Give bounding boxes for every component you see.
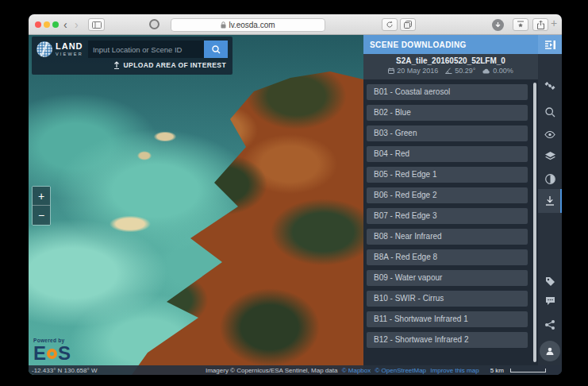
scene-date-value: 20 May 2016 — [397, 67, 438, 75]
band-item-b12[interactable]: B12 - Shortwave Infrared 2 — [367, 332, 528, 348]
scene-cloud-value: 0.00% — [493, 67, 513, 75]
eos-letter-e: E — [33, 344, 46, 363]
layers-icon — [545, 152, 555, 161]
band-list-scrollbar[interactable] — [533, 83, 536, 362]
band-item-b06[interactable]: B06 - Red Edge 2 — [367, 187, 528, 203]
scene-cloudiness: 0.00% — [482, 67, 513, 75]
eos-letter-o — [47, 349, 57, 359]
zoom-in-button[interactable]: + — [33, 187, 50, 206]
page-content: LAND VIEWER UPLOAD AREA OF INTEREST + − — [29, 35, 562, 375]
comment-icon — [545, 296, 555, 306]
cloud-icon — [482, 68, 490, 74]
calendar-icon — [388, 68, 394, 74]
tool-sidebar — [538, 54, 562, 375]
openstreetmap-link[interactable]: © OpenStreetMap — [375, 367, 426, 374]
satellite-tool-button[interactable] — [538, 79, 562, 92]
band-item-b05[interactable]: B05 - Red Edge 1 — [367, 167, 528, 183]
minimize-window-button[interactable] — [44, 21, 50, 28]
browser-window: ‹ › lv.eosda.com + — [29, 14, 562, 375]
search-tool-button[interactable] — [538, 106, 562, 118]
tag-tool-button[interactable] — [538, 275, 562, 288]
panel-title: SCENE DOWNLOADING — [363, 41, 538, 49]
zoom-controls: + − — [32, 186, 51, 226]
tab-overview-button[interactable] — [400, 18, 416, 31]
share-button[interactable] — [532, 18, 548, 31]
band-item-b02[interactable]: B02 - Blue — [367, 105, 528, 121]
user-avatar-button[interactable] — [540, 341, 560, 361]
search-button[interactable] — [204, 41, 228, 58]
band-item-b10[interactable]: B10 - SWIR - Cirrus — [367, 291, 528, 307]
angle-icon — [445, 68, 452, 74]
landviewer-globe-logo — [37, 41, 52, 57]
band-item-b04[interactable]: B04 - Red — [367, 146, 528, 162]
lock-icon — [221, 21, 226, 29]
upload-icon — [113, 61, 120, 69]
search-icon — [212, 45, 221, 54]
collapse-panel-button[interactable] — [538, 35, 562, 54]
eos-logo: Powered by E S — [33, 338, 71, 364]
new-tab-button[interactable]: + — [551, 17, 557, 29]
tag-icon — [545, 276, 555, 287]
band-item-b08[interactable]: B08 - Near Infrared — [367, 229, 528, 245]
attribution-text: Imagery © Copernicus/ESA Sentinel, Map d… — [206, 367, 337, 374]
download-arrow-icon — [495, 22, 501, 29]
star-icon — [517, 21, 525, 29]
favorites-button[interactable] — [513, 18, 528, 31]
download-tool-icon — [545, 196, 555, 206]
upload-area-label: UPLOAD AREA OF INTEREST — [124, 61, 226, 69]
landviewer-logo: LAND VIEWER — [56, 42, 83, 57]
band-item-b09[interactable]: B09 - Water vapour — [367, 270, 528, 286]
scene-sun-angle: 50.29° — [445, 67, 475, 75]
band-item-b8a[interactable]: B8A - Red Edge 8 — [367, 249, 528, 265]
browser-toolbar: ‹ › lv.eosda.com + — [29, 14, 562, 35]
contrast-tool-button[interactable] — [538, 172, 562, 185]
scale-label: 5 km — [490, 367, 504, 374]
band-item-b01[interactable]: B01 - Coastal aerosol — [367, 84, 528, 100]
scene-info: S2A_tile_20160520_52LFM_0 20 May 2016 50… — [363, 54, 538, 79]
collapse-panel-icon — [544, 40, 556, 50]
share-nodes-icon — [545, 320, 555, 330]
extension-icon[interactable] — [149, 19, 159, 29]
sidebar-toggle-button[interactable] — [88, 18, 105, 31]
scene-panel: SCENE DOWNLOADING S2A_tile_20160520_52LF… — [363, 35, 562, 375]
upload-area-button[interactable]: UPLOAD AREA OF INTEREST — [37, 58, 228, 71]
share-tool-button[interactable] — [538, 318, 562, 331]
contrast-icon — [545, 174, 555, 184]
logo-line1: LAND — [56, 42, 83, 51]
search-input[interactable] — [88, 41, 204, 58]
scene-meta: 20 May 2016 50.29° 0.00% — [363, 67, 538, 75]
map[interactable]: LAND VIEWER UPLOAD AREA OF INTEREST + − — [29, 35, 363, 375]
url-text: lv.eosda.com — [229, 21, 275, 29]
satellite-icon — [544, 80, 555, 91]
forward-button[interactable]: › — [75, 16, 79, 33]
band-item-b07[interactable]: B07 - Red Edge 3 — [367, 208, 528, 224]
feedback-tool-button[interactable] — [538, 295, 562, 307]
improve-map-link[interactable]: Improve this map — [430, 367, 478, 374]
scene-panel-header: SCENE DOWNLOADING — [363, 35, 562, 54]
band-item-b11[interactable]: B11 - Shortwave Infrared 1 — [367, 311, 528, 327]
scene-angle-value: 50.29° — [455, 67, 475, 75]
maximize-window-button[interactable] — [52, 21, 59, 28]
scale-bar — [510, 369, 546, 372]
layers-tool-button[interactable] — [538, 150, 562, 163]
eos-letter-s: S — [58, 344, 71, 363]
search-tool-icon — [545, 107, 555, 118]
reload-button[interactable] — [382, 18, 398, 31]
zoom-out-button[interactable]: − — [33, 206, 50, 225]
download-tool-button[interactable] — [538, 189, 562, 213]
share-icon — [537, 21, 544, 29]
close-window-button[interactable] — [35, 21, 41, 28]
band-column: S2A_tile_20160520_52LFM_0 20 May 2016 50… — [363, 54, 538, 375]
downloads-button[interactable] — [492, 19, 504, 31]
landviewer-header: LAND VIEWER UPLOAD AREA OF INTEREST — [32, 37, 233, 75]
scene-id: S2A_tile_20160520_52LFM_0 — [363, 56, 538, 65]
eye-icon — [544, 131, 555, 138]
map-status-bar: -12.433° N 130.658° W Imagery © Copernic… — [29, 365, 562, 375]
view-tool-button[interactable] — [538, 128, 562, 141]
scene-panel-body: S2A_tile_20160520_52LFM_0 20 May 2016 50… — [363, 54, 562, 375]
mapbox-link[interactable]: © Mapbox — [342, 367, 371, 374]
band-item-b03[interactable]: B03 - Green — [367, 125, 528, 141]
tabs-icon — [404, 21, 412, 29]
back-button[interactable]: ‹ — [63, 16, 67, 33]
address-bar[interactable]: lv.eosda.com — [171, 18, 325, 32]
